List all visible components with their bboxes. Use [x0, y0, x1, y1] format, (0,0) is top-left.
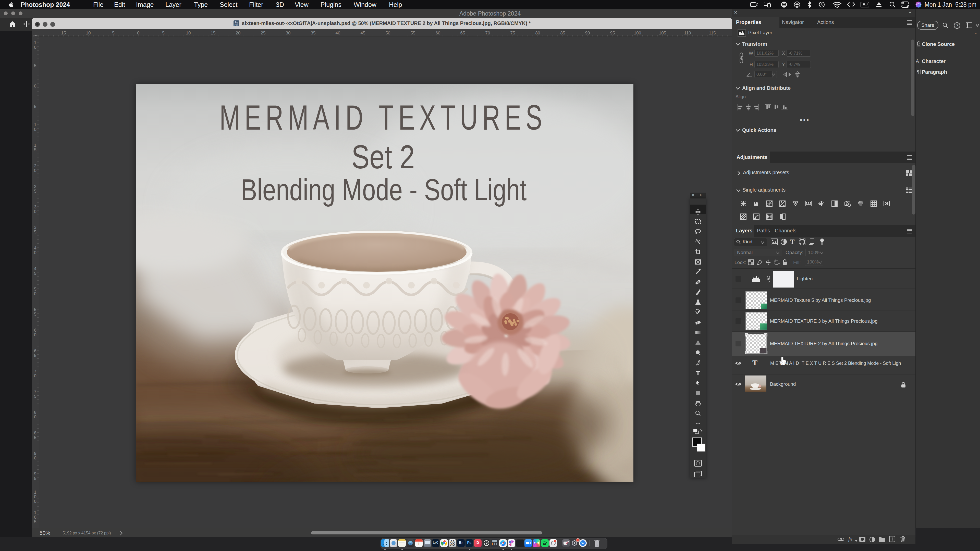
svg-text:75: 75: [511, 30, 515, 35]
svg-text:5: 5: [34, 189, 36, 194]
svg-text:100: 100: [634, 30, 641, 35]
svg-text:5: 5: [162, 30, 164, 35]
svg-text:Set 2: Set 2: [352, 138, 415, 176]
svg-text:40: 40: [336, 30, 340, 35]
svg-text:1: 1: [34, 143, 36, 148]
svg-text:0: 0: [34, 414, 36, 419]
svg-text:1: 1: [34, 510, 36, 515]
svg-text:3: 3: [34, 225, 36, 230]
svg-text:90: 90: [585, 30, 590, 35]
svg-text:30: 30: [286, 30, 291, 35]
svg-text:PSD: PSD: [234, 24, 238, 26]
svg-text:?: ?: [956, 24, 958, 28]
svg-text:0: 0: [34, 84, 36, 89]
svg-text:5: 5: [34, 148, 36, 152]
svg-text:5: 5: [34, 312, 36, 317]
svg-text:7: 7: [34, 369, 36, 374]
svg-text:5: 5: [34, 476, 36, 481]
svg-text:0: 0: [34, 168, 36, 173]
svg-text:1: 1: [34, 40, 36, 45]
svg-text:5: 5: [34, 435, 36, 440]
svg-text:1: 1: [34, 490, 36, 495]
svg-text:0: 0: [34, 45, 36, 50]
svg-text:8: 8: [34, 430, 36, 435]
svg-text:9: 9: [34, 472, 36, 476]
svg-text:0: 0: [34, 291, 36, 296]
svg-text:55: 55: [410, 30, 415, 35]
svg-text:5: 5: [34, 287, 36, 292]
svg-text:¶: ¶: [917, 69, 919, 75]
svg-text:0: 0: [34, 494, 36, 499]
svg-text:85: 85: [560, 30, 565, 35]
svg-text:6: 6: [34, 348, 36, 353]
svg-text:0: 0: [34, 250, 36, 255]
svg-text:110: 110: [684, 30, 691, 35]
svg-text:5: 5: [34, 353, 36, 358]
svg-text:65: 65: [460, 30, 465, 35]
svg-text:9: 9: [34, 451, 36, 456]
svg-text:A: A: [916, 59, 919, 64]
svg-text:115: 115: [709, 30, 716, 35]
svg-text:5: 5: [34, 271, 36, 276]
svg-text:0: 0: [34, 127, 36, 132]
svg-text:Blending Mode - Soft Light: Blending Mode - Soft Light: [241, 173, 527, 206]
svg-text:70: 70: [485, 30, 490, 35]
svg-text:80: 80: [535, 30, 540, 35]
svg-text:5: 5: [34, 307, 36, 312]
svg-text:5: 5: [34, 230, 36, 234]
svg-text:0: 0: [34, 373, 36, 378]
svg-text:5: 5: [34, 104, 36, 109]
svg-text:MERMAID TEXTURES: MERMAID TEXTURES: [220, 98, 547, 137]
svg-text:45: 45: [361, 30, 366, 35]
svg-text:95: 95: [610, 30, 615, 35]
svg-text:0: 0: [34, 499, 36, 504]
svg-text:20: 20: [236, 30, 241, 35]
svg-text:15: 15: [211, 30, 216, 35]
svg-text:0: 0: [34, 332, 36, 337]
svg-text:15: 15: [61, 30, 66, 35]
svg-text:2: 2: [34, 184, 36, 189]
svg-text:1: 1: [34, 122, 36, 127]
svg-text:3: 3: [34, 205, 36, 210]
svg-text:35: 35: [311, 30, 316, 35]
svg-text:25: 25: [261, 30, 266, 35]
svg-text:5: 5: [112, 30, 115, 35]
svg-text:5: 5: [34, 63, 36, 68]
svg-text:6: 6: [34, 328, 36, 333]
svg-text:105: 105: [659, 30, 666, 35]
svg-text:10: 10: [86, 30, 91, 35]
svg-text:0: 0: [34, 209, 36, 214]
svg-text:60: 60: [436, 30, 441, 35]
svg-text:4: 4: [34, 246, 36, 251]
svg-text:7: 7: [34, 389, 36, 394]
svg-text:5: 5: [34, 394, 36, 399]
svg-text:0: 0: [34, 456, 36, 460]
svg-text:50: 50: [386, 30, 390, 35]
svg-text:4: 4: [34, 266, 36, 271]
svg-text:5: 5: [34, 519, 36, 524]
svg-text:0: 0: [137, 30, 139, 35]
svg-text:8: 8: [34, 410, 36, 415]
svg-text:10: 10: [186, 30, 191, 35]
svg-text:0: 0: [34, 515, 36, 519]
svg-text:2: 2: [34, 164, 36, 168]
svg-text:Ps: Ps: [234, 21, 238, 24]
